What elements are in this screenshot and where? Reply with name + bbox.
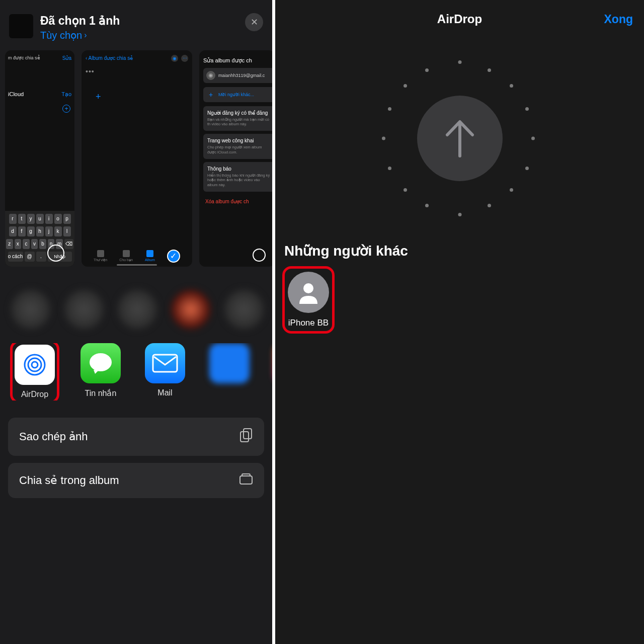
facebook-icon	[209, 343, 250, 383]
app-label: AirDrop	[21, 390, 48, 399]
key: j	[45, 226, 53, 236]
setting-title: Trang web công khai	[207, 138, 271, 143]
more-icon: ⋯	[181, 55, 188, 62]
setting-desc: Hiển thị thông báo khi người đăng ký hoặ…	[207, 173, 271, 188]
svg-point-3	[90, 353, 112, 371]
close-button[interactable]: ✕	[245, 13, 263, 31]
tab-label: Thư viện	[94, 258, 107, 262]
library-icon	[97, 250, 104, 257]
preview-card-1[interactable]: m được chia sẻ Sửa iCloud Tạo + r t y u …	[5, 50, 74, 267]
ellipsis-icon: •••	[86, 67, 192, 75]
airdrop-icon	[15, 345, 55, 385]
key: f	[18, 226, 26, 236]
copy-icon	[239, 428, 253, 446]
contacts-row[interactable]	[0, 279, 272, 343]
plus-icon: +	[206, 90, 215, 99]
key: i	[45, 214, 53, 224]
svg-rect-5	[240, 432, 249, 442]
preview-card-3[interactable]: Sửa album được ch ◉ maianhh3119@gmail.c …	[199, 50, 272, 267]
contact-avatar[interactable]	[224, 290, 264, 329]
invite-label: Mời người khác...	[218, 92, 254, 97]
facebook-app[interactable]	[209, 343, 250, 400]
radar-dot	[425, 68, 429, 72]
key: z	[6, 239, 13, 249]
circle-plus-icon: +	[62, 105, 70, 113]
airdrop-app[interactable]: AirDrop	[10, 343, 59, 400]
airdrop-title: AirDrop	[437, 12, 482, 26]
label: m được chia sẻ	[8, 55, 40, 61]
options-label: Tùy chọn	[40, 29, 82, 41]
radar-dot	[510, 84, 513, 88]
contact-avatar[interactable]	[11, 290, 50, 329]
radar-dot	[382, 137, 385, 140]
airdrop-upload-icon	[417, 96, 503, 181]
dot-key: .	[36, 252, 46, 262]
icloud-label: iCloud	[8, 91, 24, 98]
album-icon	[239, 473, 253, 488]
key: g	[27, 226, 35, 236]
chevron-right-icon: ›	[84, 31, 87, 40]
copy-photo-action[interactable]: Sao chép ảnh	[8, 418, 264, 456]
key: p	[63, 214, 71, 224]
svg-rect-4	[153, 355, 177, 372]
setting-desc: Bạn và những người mà bạn mời có th vide…	[207, 117, 271, 127]
contact-avatar[interactable]	[118, 290, 157, 329]
radar-dot	[531, 137, 535, 140]
back-label: Album được chia sẻ	[89, 55, 133, 61]
mail-app[interactable]: Mail	[145, 343, 185, 400]
keyboard-preview: r t y u i o p d f g h j k l	[5, 211, 74, 267]
close-icon: ✕	[251, 17, 258, 28]
email-label: maianhh3119@gmail.c	[218, 73, 265, 78]
contact-avatar[interactable]	[64, 290, 104, 329]
selection-circle-icon	[253, 249, 266, 262]
done-button[interactable]: Xong	[604, 13, 633, 26]
radar-dot	[488, 204, 491, 207]
key: o	[54, 214, 62, 224]
at-key: @	[25, 252, 35, 262]
preview-card-2[interactable]: ‹ Album được chia sẻ ◉ ⋯ ••• + Thư viện …	[82, 50, 192, 267]
radar-dot	[510, 188, 513, 192]
device-name-label: iPhone BB	[288, 318, 329, 328]
tab-label: Cho bạn	[119, 258, 133, 262]
setting-title: Người đăng ký có thể đăng	[207, 110, 271, 116]
key: x	[15, 239, 22, 249]
svg-point-0	[32, 362, 38, 368]
key: d	[9, 226, 17, 236]
radar-dot	[488, 68, 491, 72]
card-title: Sửa album được ch	[203, 50, 272, 68]
svg-point-1	[28, 358, 41, 371]
photo-previews-row: m được chia sẻ Sửa iCloud Tạo + r t y u …	[0, 50, 272, 272]
key: u	[36, 214, 44, 224]
key: l	[63, 226, 71, 236]
app-label: Mail	[157, 388, 172, 397]
key: c	[23, 239, 30, 249]
messages-app[interactable]: Tin nhắn	[80, 343, 121, 400]
airdrop-device-item[interactable]: iPhone BB	[282, 266, 335, 334]
svg-point-9	[303, 283, 313, 293]
radar-dot	[525, 167, 529, 170]
share-actions-list: Sao chép ảnh Chia sẻ trong album	[0, 400, 272, 498]
home-indicator	[117, 264, 157, 266]
album-icon	[146, 250, 153, 257]
key: t	[18, 214, 26, 224]
selected-count-title: Đã chọn 1 ảnh	[40, 14, 263, 28]
contact-avatar[interactable]	[171, 290, 210, 329]
selected-thumbnail[interactable]	[9, 14, 33, 38]
airdrop-panel: AirDrop Xong	[275, 0, 644, 644]
foryou-icon	[123, 250, 130, 257]
share-in-album-action[interactable]: Chia sẻ trong album	[8, 463, 264, 498]
airdrop-radar	[275, 38, 644, 243]
svg-rect-7	[240, 476, 252, 484]
options-link[interactable]: Tùy chọn ›	[40, 29, 87, 41]
key: k	[54, 226, 62, 236]
mail-icon	[145, 343, 185, 383]
key: v	[31, 239, 38, 249]
radar-dot	[388, 167, 391, 170]
app-label	[228, 388, 230, 397]
radar-dot	[388, 107, 391, 111]
edit-label: Sửa	[62, 55, 71, 61]
radar-dot	[404, 188, 407, 192]
device-avatar-icon	[288, 272, 329, 313]
key: h	[36, 226, 44, 236]
action-label: Chia sẻ trong album	[19, 474, 119, 487]
